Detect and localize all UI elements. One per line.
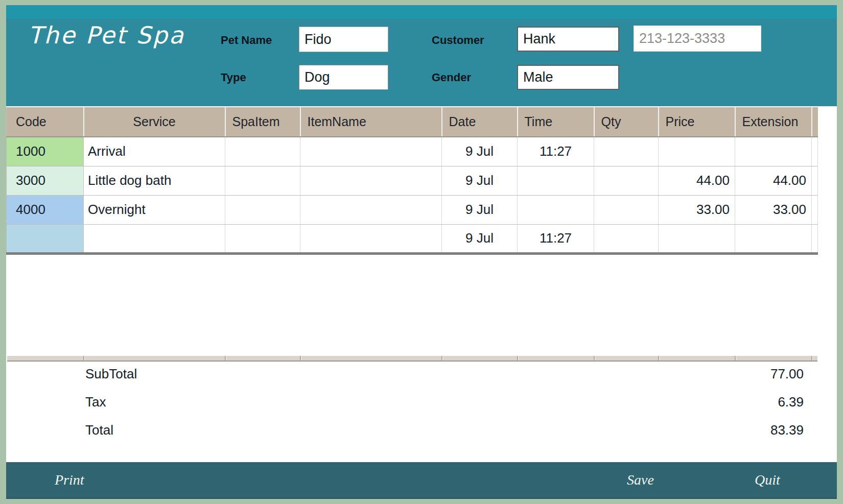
app-window: The Pet Spa Pet Name Type Customer Gende… — [0, 0, 843, 504]
cell-qty[interactable] — [594, 137, 659, 166]
content-area: CodeServiceSpaItemItemNameDateTimeQtyPri… — [6, 106, 837, 462]
cell-price[interactable]: 33.00 — [659, 195, 735, 224]
cell-extension[interactable]: 44.00 — [735, 166, 812, 195]
cell-stub — [812, 195, 818, 224]
customer-phone-input[interactable] — [634, 26, 761, 52]
col-header-stub — [812, 107, 818, 137]
col-header-code[interactable]: Code — [7, 107, 84, 137]
service-grid: CodeServiceSpaItemItemNameDateTimeQtyPri… — [6, 107, 818, 255]
cell-service[interactable]: Overnight — [84, 195, 225, 224]
cell-extension[interactable] — [735, 137, 812, 166]
tax-label: Tax — [85, 394, 106, 410]
cell-date[interactable]: 9 Jul — [442, 224, 518, 253]
col-header-time[interactable]: Time — [518, 107, 594, 137]
cell-price[interactable] — [659, 224, 735, 253]
header-panel: The Pet Spa Pet Name Type Customer Gende… — [6, 5, 837, 106]
cell-service[interactable] — [84, 224, 225, 253]
gender-label: Gender — [432, 71, 471, 84]
grid-row: 9 Jul11:27 — [7, 224, 818, 253]
total-row: Total 83.39 — [6, 416, 837, 444]
quit-button[interactable]: Quit — [750, 462, 785, 498]
cell-itemname[interactable] — [300, 137, 442, 166]
cell-code[interactable]: 4000 — [7, 195, 84, 224]
footer-bar: Print Save Quit — [6, 462, 837, 499]
gender-input[interactable] — [517, 65, 619, 90]
cell-code[interactable]: 1000 — [7, 137, 84, 166]
cell-spaitem[interactable] — [225, 195, 300, 224]
subtotal-value: 77.00 — [770, 366, 804, 381]
col-header-service[interactable]: Service — [84, 107, 225, 137]
customer-input[interactable] — [517, 27, 619, 52]
col-header-itemname[interactable]: ItemName — [300, 107, 442, 137]
subtotal-row: SubTotal 77.00 — [6, 359, 837, 388]
subtotal-label: SubTotal — [85, 366, 137, 381]
grid-row: 4000Overnight9 Jul33.0033.00 — [7, 195, 818, 224]
cell-code[interactable] — [7, 224, 84, 253]
app-title: The Pet Spa — [28, 21, 185, 49]
pet-type-input[interactable] — [299, 65, 388, 90]
cell-time[interactable] — [518, 195, 594, 224]
cell-time[interactable] — [518, 166, 594, 195]
col-header-date[interactable]: Date — [442, 107, 518, 137]
cell-price[interactable] — [659, 137, 735, 166]
tax-value: 6.39 — [778, 394, 804, 410]
cell-stub — [812, 224, 818, 253]
grid-header: CodeServiceSpaItemItemNameDateTimeQtyPri… — [7, 107, 818, 137]
cell-service[interactable]: Arrival — [84, 137, 225, 166]
pet-type-label: Type — [221, 71, 246, 84]
cell-spaitem[interactable] — [225, 166, 300, 195]
cell-date[interactable]: 9 Jul — [442, 137, 518, 166]
grid-row: 3000Little dog bath9 Jul44.0044.00 — [7, 166, 818, 195]
customer-label: Customer — [432, 34, 484, 47]
cell-qty[interactable] — [594, 224, 659, 253]
tax-row: Tax 6.39 — [6, 388, 837, 416]
pet-name-input[interactable] — [299, 27, 388, 52]
cell-time[interactable]: 11:27 — [518, 224, 594, 253]
cell-date[interactable]: 9 Jul — [442, 195, 518, 224]
print-button[interactable]: Print — [50, 462, 89, 498]
header-top-strip — [6, 5, 837, 18]
cell-itemname[interactable] — [300, 195, 442, 224]
cell-stub — [812, 166, 818, 195]
cell-date[interactable]: 9 Jul — [442, 166, 518, 195]
cell-price[interactable]: 44.00 — [659, 166, 735, 195]
cell-spaitem[interactable] — [225, 137, 300, 166]
cell-qty[interactable] — [594, 195, 659, 224]
cell-itemname[interactable] — [300, 224, 442, 253]
cell-itemname[interactable] — [300, 166, 442, 195]
cell-extension[interactable] — [735, 224, 812, 253]
col-header-extension[interactable]: Extension — [735, 107, 812, 137]
col-header-spaitem[interactable]: SpaItem — [225, 107, 300, 137]
total-label: Total — [85, 422, 113, 438]
cell-code[interactable]: 3000 — [7, 166, 84, 195]
col-header-price[interactable]: Price — [659, 107, 735, 137]
cell-spaitem[interactable] — [225, 224, 300, 253]
pet-name-label: Pet Name — [221, 34, 272, 47]
save-button[interactable]: Save — [622, 462, 659, 498]
cell-service[interactable]: Little dog bath — [84, 166, 225, 195]
grid-row: 1000Arrival9 Jul11:27 — [7, 137, 818, 166]
cell-qty[interactable] — [594, 166, 659, 195]
cell-time[interactable]: 11:27 — [518, 137, 594, 166]
total-value: 83.39 — [770, 422, 804, 438]
col-header-qty[interactable]: Qty — [594, 107, 659, 137]
cell-stub — [812, 137, 818, 166]
cell-extension[interactable]: 33.00 — [735, 195, 812, 224]
